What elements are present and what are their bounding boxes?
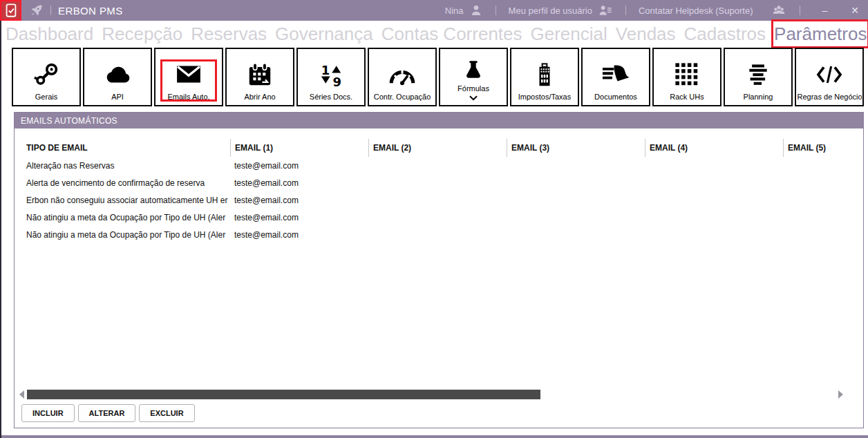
profile-link[interactable]: Meu perfil de usuário (509, 6, 592, 16)
scroll-left-arrow-icon[interactable] (19, 390, 24, 399)
excluir-button[interactable]: EXCLUIR (139, 404, 194, 422)
column-header-email-2[interactable]: EMAIL (2) (368, 139, 507, 157)
helpdesk-link[interactable]: Contatar Helpdesk (Suporte) (639, 6, 753, 16)
nav-tab-cadastros[interactable]: Cadastros (684, 22, 766, 46)
documents-icon (601, 56, 631, 93)
table-body: Alteração nas Reservas teste@email.com A… (15, 157, 862, 243)
helpdesk-group-icon[interactable] (771, 3, 787, 17)
incluir-button[interactable]: INCLUIR (21, 404, 75, 422)
grid-icon (674, 56, 699, 93)
sort-numeric-icon: 1 9 (319, 56, 343, 93)
alterar-button[interactable]: ALTERAR (78, 404, 136, 422)
toolbar-button-impostos-taxas[interactable]: Impostos/Taxas (510, 48, 579, 106)
building-icon (534, 56, 555, 93)
nav-tab-gerencial[interactable]: Gerencial (531, 22, 607, 46)
code-icon (815, 56, 843, 93)
table-row[interactable]: Alerta de vencimento de confirmação de r… (15, 174, 862, 191)
titlebar-right: Nina Meu perfil de usuário Contatar Help… (445, 3, 868, 17)
app-logo-icon[interactable] (3, 3, 19, 18)
toolbar-button-rack-uhs[interactable]: Rack UHs (652, 48, 721, 106)
titlebar-separator (800, 6, 800, 15)
table-row[interactable]: Alteração nas Reservas teste@email.com (15, 157, 862, 174)
table-header: TIPO DE EMAIL EMAIL (1) EMAIL (2) EMAIL … (15, 139, 862, 157)
column-header-tipo-de-email[interactable]: TIPO DE EMAIL (15, 139, 230, 157)
toolbar-button-abrir-ano[interactable]: Abrir Ano (225, 48, 294, 106)
toolbar-button-api[interactable]: API (83, 48, 152, 106)
toolbar-button-documentos[interactable]: Documentos (581, 48, 650, 106)
table-row[interactable]: Não atingiu a meta da Ocupação por Tipo … (15, 209, 862, 226)
planning-bars-icon (745, 56, 771, 93)
svg-text:9: 9 (333, 75, 342, 87)
table-row[interactable]: Não atingiu a meta da Ocupação por Tipo … (15, 226, 862, 243)
statusbar-strip (0, 435, 868, 438)
profile-icon[interactable] (598, 3, 613, 17)
cloud-icon (104, 56, 131, 93)
nav-tab-governanca[interactable]: Governança (275, 22, 373, 46)
toolbar-button-planning[interactable]: Planning (724, 48, 793, 106)
nav-tab-parametros[interactable]: Parâmetros (774, 22, 867, 46)
scroll-right-arrow-icon[interactable] (838, 390, 843, 399)
scrollbar-thumb[interactable] (27, 390, 540, 399)
close-button[interactable]: ✕ (842, 5, 868, 16)
titlebar-separator (625, 6, 626, 15)
horizontal-scrollbar[interactable] (15, 390, 863, 401)
action-buttons: INCLUIR ALTERAR EXCLUIR (21, 404, 195, 422)
user-name[interactable]: Nina (445, 6, 464, 16)
titlebar-separator (496, 6, 496, 15)
nav-tab-vendas[interactable]: Vendas (616, 22, 676, 46)
column-header-email-5[interactable]: EMAIL (5) (783, 139, 862, 157)
column-header-email-1[interactable]: EMAIL (1) (230, 139, 368, 157)
column-header-email-4[interactable]: EMAIL (4) (645, 139, 783, 157)
toolbar-button-regras-negocio[interactable]: Regras de Negócio (795, 48, 864, 106)
titlebar-separator (50, 6, 51, 15)
toolbar-button-contr-ocupacao[interactable]: Contr. Ocupação (368, 48, 437, 106)
envelope-icon (176, 56, 201, 93)
column-header-email-3[interactable]: EMAIL (3) (507, 139, 645, 157)
flask-icon (463, 56, 484, 84)
app-icon-highlight-box (0, 0, 21, 21)
parameters-toolbar: Gerais API Emails Auto. (12, 48, 864, 106)
table-row[interactable]: Erbon não conseguiu associar automaticam… (15, 191, 862, 209)
toolbar-button-series-docs[interactable]: 1 9 Séries Docs. (296, 48, 366, 106)
nav-tab-recepcao[interactable]: Recepção (102, 22, 182, 46)
emails-automaticos-panel: EMAILS AUTOMÁTICOS TIPO DE EMAIL EMAIL (… (14, 112, 864, 428)
toolbar-button-gerais[interactable]: Gerais (12, 48, 81, 106)
main-nav: Dashboard Recepção Reservas Governança C… (0, 21, 868, 46)
panel-title: EMAILS AUTOMÁTICOS (15, 113, 863, 128)
minimize-button[interactable]: – (813, 5, 836, 16)
nav-tab-reservas[interactable]: Reservas (191, 22, 267, 46)
svg-text:1: 1 (321, 63, 330, 77)
toolbar-button-emails-auto[interactable]: Emails Auto. (154, 48, 223, 106)
nodes-icon (33, 56, 59, 93)
gauge-icon (388, 56, 417, 93)
app-title: ERBON PMS (58, 5, 123, 17)
toolbar-button-formulas[interactable]: Fórmulas (439, 48, 508, 106)
nav-tab-dashboard[interactable]: Dashboard (6, 22, 93, 46)
calendar-icon (247, 56, 272, 93)
chevron-down-icon (469, 95, 478, 101)
titlebar: ERBON PMS Nina Meu perfil de usuário Con… (0, 0, 868, 21)
window-left-edge (0, 21, 1, 438)
nav-tab-contas-correntes[interactable]: Contas Correntes (381, 22, 522, 46)
rocket-icon (30, 3, 44, 17)
user-icon[interactable] (469, 3, 483, 17)
